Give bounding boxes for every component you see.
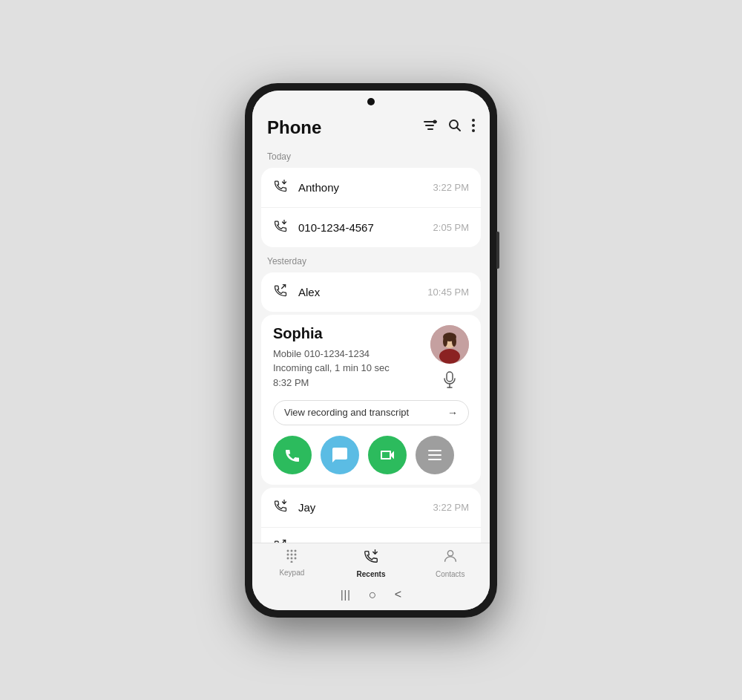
keypad-icon (284, 548, 299, 566)
sophia-call-detail: Incoming call, 1 min 10 sec (273, 361, 430, 376)
app-title: Phone (267, 117, 321, 138)
video-action-button[interactable] (368, 436, 407, 474)
svg-line-11 (282, 284, 286, 288)
call-list-scroll[interactable]: Today Anthony 3:22 PM (252, 145, 490, 543)
sophia-call-time: 8:32 PM (273, 376, 430, 390)
sophia-header: Sophia Mobile 010-1234-1234 Incoming cal… (273, 325, 469, 393)
svg-line-5 (457, 128, 461, 131)
view-recording-button[interactable]: View recording and transcript → (273, 400, 469, 425)
call-name-010: 010-1234-4567 (298, 221, 424, 234)
svg-point-34 (295, 557, 297, 559)
call-incoming-icon-anthony (273, 178, 289, 197)
svg-point-28 (295, 549, 297, 552)
call-time-anthony: 3:22 PM (433, 182, 469, 193)
svg-point-31 (295, 553, 297, 555)
today-label: Today (252, 145, 490, 165)
call-name-jay: Jay (298, 501, 424, 514)
sophia-action-buttons (273, 436, 469, 474)
side-button (496, 232, 499, 269)
phone-device: Phone (245, 83, 497, 618)
call-item-michael[interactable]: Michael 3:10 PM (261, 528, 481, 543)
svg-point-27 (291, 549, 293, 552)
nav-contacts[interactable]: Contacts (410, 548, 490, 578)
recents-label: Recents (357, 570, 386, 578)
nav-recents[interactable]: Recents (332, 548, 411, 578)
sophia-info: Sophia Mobile 010-1234-1234 Incoming cal… (273, 325, 430, 390)
sophia-right-col (430, 325, 469, 393)
recents-icon (363, 548, 379, 568)
search-icon[interactable] (448, 119, 462, 136)
back-button[interactable]: < (395, 588, 401, 601)
svg-point-26 (287, 549, 289, 552)
recent-apps-icon[interactable]: ||| (341, 589, 351, 601)
nav-keypad[interactable]: Keypad (252, 548, 332, 578)
call-name-alex: Alex (298, 286, 418, 298)
svg-point-17 (452, 336, 456, 347)
home-button[interactable]: ○ (369, 587, 377, 603)
mic-icon[interactable] (442, 371, 457, 393)
phone-screen: Phone (252, 91, 490, 610)
call-time-alex: 10:45 PM (427, 287, 469, 298)
call-item-anthony[interactable]: Anthony 3:22 PM (261, 168, 481, 208)
keypad-label: Keypad (279, 569, 304, 577)
call-time-010: 2:05 PM (433, 222, 469, 233)
sophia-avatar (430, 325, 469, 364)
svg-point-33 (291, 557, 293, 559)
svg-rect-23 (428, 459, 441, 460)
call-incoming-icon-010 (273, 218, 289, 237)
view-recording-label: View recording and transcript (284, 407, 409, 418)
arrow-icon: → (447, 407, 458, 419)
app-header: Phone (252, 111, 490, 145)
svg-point-35 (291, 560, 293, 563)
contacts-icon (442, 548, 459, 568)
svg-rect-18 (447, 372, 453, 382)
svg-point-30 (291, 553, 293, 555)
svg-point-13 (439, 349, 460, 364)
svg-point-16 (443, 336, 447, 347)
svg-rect-22 (428, 454, 441, 456)
call-time-jay: 3:22 PM (433, 502, 469, 513)
today-calls-card: Anthony 3:22 PM 010-1234-4567 2:05 PM (261, 168, 481, 247)
svg-point-37 (447, 550, 453, 555)
svg-point-32 (287, 557, 289, 559)
filter-icon[interactable] (423, 120, 438, 135)
camera-notch (367, 98, 375, 105)
yesterday-calls-card: Alex 10:45 PM (261, 272, 481, 312)
sophia-expanded-card: Sophia Mobile 010-1234-1234 Incoming cal… (261, 315, 481, 485)
sophia-mobile: Mobile 010-1234-1234 (273, 347, 430, 362)
svg-point-29 (287, 553, 289, 555)
bottom-nav: Keypad Recents (252, 543, 490, 581)
contacts-label: Contacts (436, 570, 464, 578)
call-name-anthony: Anthony (298, 181, 424, 194)
call-item-010[interactable]: 010-1234-4567 2:05 PM (261, 208, 481, 247)
call-item-jay[interactable]: Jay 3:22 PM (261, 488, 481, 528)
call-incoming-icon-jay (273, 498, 289, 517)
sophia-name: Sophia (273, 325, 430, 342)
svg-point-6 (472, 119, 475, 122)
more-action-button[interactable] (416, 436, 454, 474)
home-indicator: ||| ○ < (252, 581, 490, 610)
svg-rect-21 (428, 450, 441, 451)
yesterday-label: Yesterday (252, 250, 490, 269)
call-action-button[interactable] (273, 436, 312, 474)
svg-point-3 (433, 120, 437, 124)
call-outgoing-icon-alex (273, 283, 289, 301)
svg-point-7 (472, 124, 475, 127)
more-icon[interactable] (472, 119, 475, 136)
more-calls-card: Jay 3:22 PM Michael 3:10 PM (261, 488, 481, 543)
call-item-alex[interactable]: Alex 10:45 PM (261, 272, 481, 312)
svg-point-8 (472, 129, 475, 132)
message-action-button[interactable] (321, 436, 359, 474)
header-icons (423, 119, 475, 136)
